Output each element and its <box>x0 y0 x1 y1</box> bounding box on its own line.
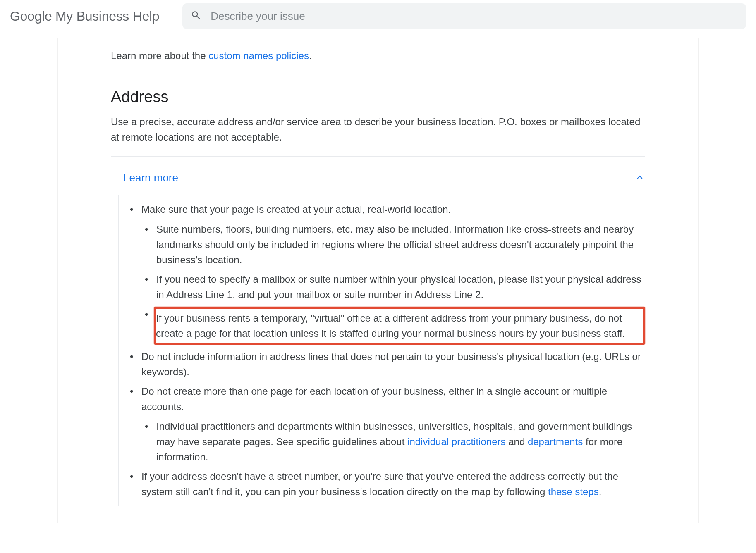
bullet-text: If your business rents a temporary, "vir… <box>156 312 625 339</box>
address-description: Use a precise, accurate address and/or s… <box>111 114 645 145</box>
bullet-text: Do not include information in address li… <box>141 351 641 377</box>
search-icon <box>191 10 201 22</box>
intro-suffix: . <box>309 50 312 61</box>
learn-more-label: Learn more <box>123 172 178 184</box>
address-bullet-list: Make sure that your page is created at y… <box>124 202 645 499</box>
list-item: Do not include information in address li… <box>124 349 645 379</box>
bullet-text: If you need to specify a mailbox or suit… <box>156 274 641 300</box>
list-item: Do not create more than one page for eac… <box>124 384 645 465</box>
header-bar: Google My Business Help <box>0 0 756 35</box>
bullet-text: Suite numbers, floors, building numbers,… <box>156 224 634 265</box>
custom-names-intro: Learn more about the custom names polici… <box>111 38 645 66</box>
list-item: Suite numbers, floors, building numbers,… <box>139 222 645 268</box>
list-item: If you need to specify a mailbox or suit… <box>139 272 645 302</box>
list-item: Individual practitioners and departments… <box>139 419 645 465</box>
article-card: Learn more about the custom names polici… <box>57 38 699 523</box>
bullet-text-post: . <box>599 486 602 497</box>
these-steps-link[interactable]: these steps <box>548 486 599 497</box>
learn-more-details: Make sure that your page is created at y… <box>118 195 645 506</box>
intro-prefix: Learn more about the <box>111 50 208 61</box>
page-body: Learn more about the custom names polici… <box>0 35 756 523</box>
search-input[interactable] <box>211 10 738 23</box>
chevron-up-icon <box>634 172 645 184</box>
list-item: Make sure that your page is created at y… <box>124 202 645 345</box>
address-heading: Address <box>111 88 645 106</box>
bullet-text-mid: and <box>506 436 528 447</box>
learn-more-toggle[interactable]: Learn more <box>111 157 645 195</box>
departments-link[interactable]: departments <box>528 436 583 447</box>
search-box[interactable] <box>182 3 746 29</box>
page-title: Google My Business Help <box>10 9 159 24</box>
bullet-text: Make sure that your page is created at y… <box>141 204 451 215</box>
list-item: If your address doesn't have a street nu… <box>124 469 645 499</box>
individual-practitioners-link[interactable]: individual practitioners <box>407 436 505 447</box>
bullet-text: Do not create more than one page for eac… <box>141 386 607 412</box>
custom-names-policies-link[interactable]: custom names policies <box>208 50 309 61</box>
bullet-text-pre: If your address doesn't have a street nu… <box>141 471 618 497</box>
list-item: If your business rents a temporary, "vir… <box>139 307 645 345</box>
highlighted-bullet: If your business rents a temporary, "vir… <box>154 307 645 345</box>
